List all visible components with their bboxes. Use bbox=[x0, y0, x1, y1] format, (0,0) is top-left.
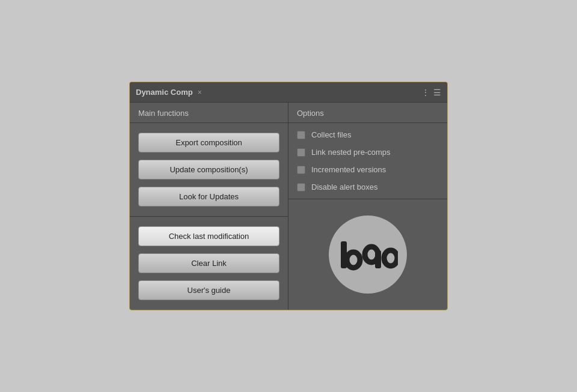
main-functions-header: Main functions bbox=[130, 103, 288, 123]
main-panel: Dynamic Comp × ⋮ ☰ Main functions Export… bbox=[129, 82, 448, 310]
bao-logo-svg bbox=[338, 238, 398, 271]
content-area: Main functions Export composition Update… bbox=[130, 103, 447, 310]
close-button[interactable]: × bbox=[198, 89, 202, 96]
svg-rect-3 bbox=[375, 250, 381, 268]
incremented-versions-checkbox[interactable] bbox=[297, 166, 305, 174]
link-nested-pre-comps-checkbox[interactable] bbox=[297, 148, 305, 157]
right-panel: Options Collect files Link nested pre-co… bbox=[288, 103, 447, 310]
export-composition-button[interactable]: Export composition bbox=[138, 133, 279, 152]
bottom-buttons-section: Check last modification Clear Link User'… bbox=[130, 217, 288, 310]
logo-area bbox=[288, 199, 447, 310]
disable-alert-boxes-label: Disable alert boxes bbox=[311, 182, 378, 191]
checkbox-row-disable-alerts: Disable alert boxes bbox=[297, 182, 439, 191]
collect-files-label: Collect files bbox=[311, 130, 351, 139]
top-buttons-section: Export composition Update composition(s)… bbox=[130, 123, 288, 217]
disable-alert-boxes-checkbox[interactable] bbox=[297, 183, 305, 191]
titlebar-right: ⋮ ☰ bbox=[421, 88, 441, 97]
checkboxes-section: Collect files Link nested pre-comps Incr… bbox=[288, 123, 447, 199]
checkbox-row-collect-files: Collect files bbox=[297, 130, 439, 139]
collect-files-checkbox[interactable] bbox=[297, 131, 305, 139]
svg-point-4 bbox=[384, 250, 397, 266]
options-header: Options bbox=[288, 103, 447, 123]
list-icon[interactable]: ⋮ bbox=[421, 88, 430, 97]
svg-point-1 bbox=[347, 252, 360, 268]
bao-logo bbox=[329, 216, 407, 294]
incremented-versions-label: Incremented versions bbox=[311, 165, 386, 174]
panel-title: Dynamic Comp bbox=[136, 88, 193, 97]
menu-icon[interactable]: ☰ bbox=[433, 88, 441, 97]
left-panel: Main functions Export composition Update… bbox=[130, 103, 288, 310]
titlebar-left: Dynamic Comp × bbox=[136, 88, 202, 97]
users-guide-button[interactable]: User's guide bbox=[138, 280, 279, 300]
clear-link-button[interactable]: Clear Link bbox=[138, 253, 279, 273]
check-last-modification-button[interactable]: Check last modification bbox=[138, 226, 279, 246]
titlebar: Dynamic Comp × ⋮ ☰ bbox=[130, 82, 447, 103]
look-for-updates-button[interactable]: Look for Updates bbox=[138, 187, 279, 207]
checkbox-row-link-nested: Link nested pre-comps bbox=[297, 148, 439, 157]
link-nested-pre-comps-label: Link nested pre-comps bbox=[311, 148, 391, 157]
checkbox-row-incremented: Incremented versions bbox=[297, 165, 439, 174]
update-composition-button[interactable]: Update composition(s) bbox=[138, 160, 279, 179]
